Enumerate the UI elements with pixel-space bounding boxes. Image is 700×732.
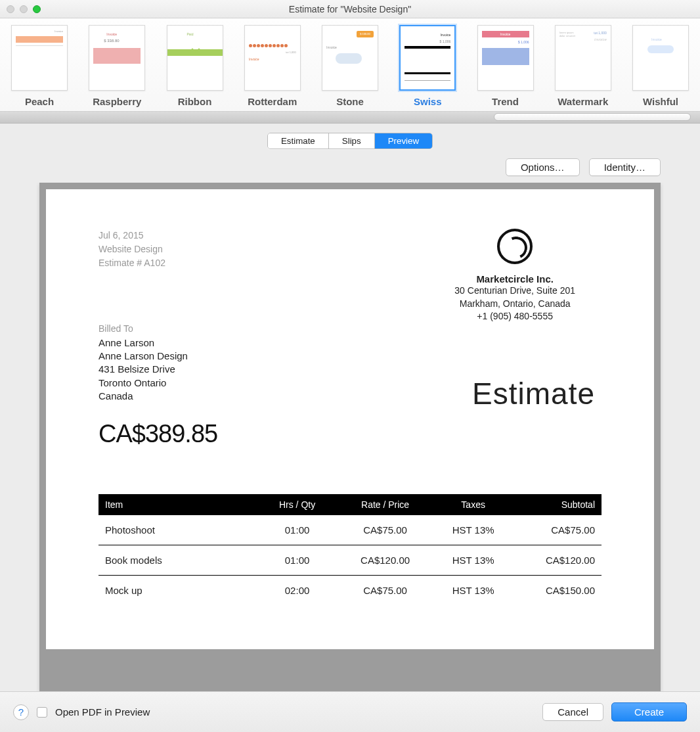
template-label: Peach xyxy=(25,96,54,107)
col-taxes: Taxes xyxy=(435,494,511,515)
cancel-button[interactable]: Cancel xyxy=(542,703,603,721)
scrollbar-thumb[interactable] xyxy=(494,113,691,121)
template-thumb: lorem ipsumdolor sit amettot 1,000invoic… xyxy=(555,25,611,91)
template-wishful[interactable]: Invoice Wishful xyxy=(625,25,696,107)
template-strip: Invoice Peach Invoice$ 338.80 Raspberry … xyxy=(0,18,700,112)
template-thumb: Invoicetot 1,000 xyxy=(244,25,301,91)
help-icon[interactable]: ? xyxy=(13,704,29,720)
cell-subtotal: CA$150.00 xyxy=(511,576,602,606)
segmented-row: Estimate Slips Preview xyxy=(0,124,700,154)
template-thumb: $ 100.00Invoice xyxy=(322,25,378,91)
cell-qty: 02:00 xyxy=(259,576,335,606)
page-outer: Jul 6, 2015 Website Design Estimate # A1… xyxy=(39,183,661,691)
content-area: Estimate Slips Preview Options… Identity… xyxy=(0,124,700,691)
tab-preview[interactable]: Preview xyxy=(375,133,432,149)
create-button[interactable]: Create xyxy=(611,702,687,721)
cell-subtotal: CA$75.00 xyxy=(511,515,602,545)
table-row: Book models 01:00 CA$120.00 HST 13% CA$1… xyxy=(98,545,602,576)
billed-company: Anne Larson Design xyxy=(98,350,602,363)
cell-qty: 01:00 xyxy=(259,515,335,545)
template-thumb: Invoice xyxy=(632,25,689,91)
cell-qty: 01:00 xyxy=(259,545,335,576)
open-pdf-checkbox[interactable] xyxy=(37,707,47,718)
window-controls xyxy=(7,5,41,13)
template-raspberry[interactable]: Invoice$ 338.80 Raspberry xyxy=(81,25,152,107)
items-table: Item Hrs / Qty Rate / Price Taxes Subtot… xyxy=(98,494,602,605)
company-addr2: Markham, Ontario, Canada xyxy=(454,298,575,311)
billed-label: Billed To xyxy=(98,323,602,335)
company-block: Marketcircle Inc. 30 Centurian Drive, Su… xyxy=(454,229,575,323)
options-button[interactable]: Options… xyxy=(506,158,580,176)
cell-taxes: HST 13% xyxy=(435,576,511,606)
template-watermark[interactable]: lorem ipsumdolor sit amettot 1,000invoic… xyxy=(548,25,619,107)
template-thumb: Invoice$ 1,006 xyxy=(399,25,456,91)
col-rate: Rate / Price xyxy=(335,494,435,515)
options-row: Options… Identity… xyxy=(0,154,700,183)
template-thumb: Invoice$ 338.80 xyxy=(89,25,145,91)
table-header-row: Item Hrs / Qty Rate / Price Taxes Subtot… xyxy=(98,494,602,515)
template-trend[interactable]: Invoice$ 1,006 Trend xyxy=(470,25,541,107)
page: Jul 6, 2015 Website Design Estimate # A1… xyxy=(46,189,654,649)
cell-rate: CA$75.00 xyxy=(335,576,435,606)
template-label: Stone xyxy=(336,96,364,107)
template-label: Watermark xyxy=(558,96,608,107)
template-scrollbar[interactable] xyxy=(0,112,700,124)
template-peach[interactable]: Invoice Peach xyxy=(4,25,75,107)
company-logo-icon xyxy=(497,229,533,264)
template-thumb: Invoice xyxy=(11,25,68,91)
cell-rate: CA$75.00 xyxy=(335,515,435,545)
page-preview-wrap: Jul 6, 2015 Website Design Estimate # A1… xyxy=(0,183,700,691)
template-ribbon[interactable]: Paid Ribbon xyxy=(160,25,230,107)
template-label: Rotterdam xyxy=(248,96,297,107)
col-item: Item xyxy=(98,494,259,515)
billed-addr1: 431 Belsize Drive xyxy=(98,363,602,376)
bottombar: ? Open PDF in Preview Cancel Create xyxy=(0,691,700,732)
company-phone: +1 (905) 480-5555 xyxy=(454,310,575,323)
template-thumb: Paid xyxy=(167,25,223,91)
titlebar: Estimate for "Website Design" xyxy=(0,0,700,18)
cell-rate: CA$120.00 xyxy=(335,545,435,576)
company-name: Marketcircle Inc. xyxy=(454,273,575,285)
tab-estimate[interactable]: Estimate xyxy=(268,133,329,149)
col-subtotal: Subtotal xyxy=(511,494,602,515)
document-title: Estimate xyxy=(472,376,595,411)
col-qty: Hrs / Qty xyxy=(259,494,335,515)
open-pdf-label: Open PDF in Preview xyxy=(55,706,150,718)
template-label: Trend xyxy=(492,96,519,107)
view-segmented-control: Estimate Slips Preview xyxy=(267,133,433,149)
zoom-icon[interactable] xyxy=(33,5,41,13)
billed-name: Anne Larson xyxy=(98,336,602,350)
cell-taxes: HST 13% xyxy=(435,545,511,576)
table-row: Mock up 02:00 CA$75.00 HST 13% CA$150.00 xyxy=(98,576,602,606)
cell-item: Mock up xyxy=(98,576,259,606)
minimize-icon[interactable] xyxy=(20,5,28,13)
cell-taxes: HST 13% xyxy=(435,515,511,545)
template-label: Wishful xyxy=(643,96,678,107)
identity-button[interactable]: Identity… xyxy=(589,158,661,176)
template-thumb: Invoice$ 1,006 xyxy=(477,25,534,91)
window-title: Estimate for "Website Design" xyxy=(0,4,700,14)
template-label: Raspberry xyxy=(93,96,141,107)
cell-item: Photoshoot xyxy=(98,515,259,545)
table-row: Photoshoot 01:00 CA$75.00 HST 13% CA$75.… xyxy=(98,515,602,545)
template-label: Ribbon xyxy=(178,96,212,107)
template-rotterdam[interactable]: Invoicetot 1,000 Rotterdam xyxy=(237,25,308,107)
tab-slips[interactable]: Slips xyxy=(329,133,375,149)
template-stone[interactable]: $ 100.00Invoice Stone xyxy=(315,25,385,107)
close-icon[interactable] xyxy=(7,5,14,13)
template-swiss[interactable]: Invoice$ 1,006 Swiss xyxy=(392,25,463,107)
cell-item: Book models xyxy=(98,545,259,576)
company-addr1: 30 Centurian Drive, Suite 201 xyxy=(454,285,575,298)
template-label: Swiss xyxy=(414,96,442,107)
estimate-total: CA$389.85 xyxy=(98,420,602,448)
cell-subtotal: CA$120.00 xyxy=(511,545,602,576)
